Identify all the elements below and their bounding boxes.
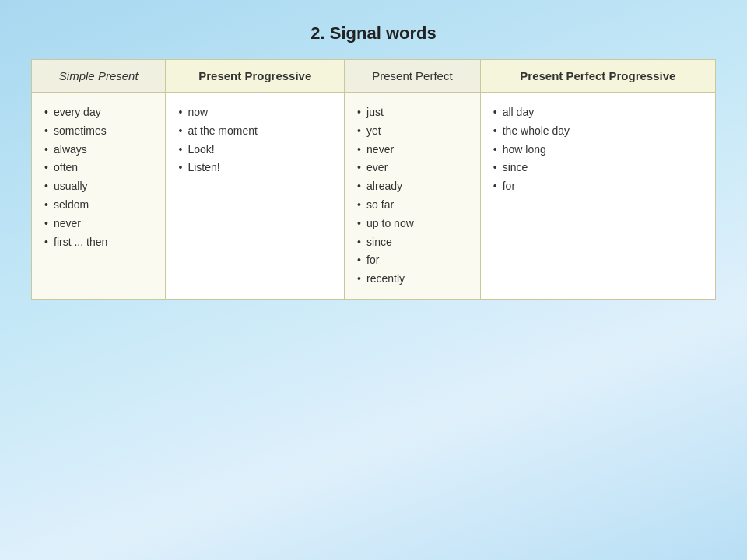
cell-present-perfect: just yet never ever already so far up to…: [345, 93, 481, 300]
list-item: all day: [493, 103, 703, 122]
list-item: up to now: [357, 215, 468, 233]
present-perfect-progressive-list: all day the whole day how long since for: [493, 103, 703, 196]
list-item: Listen!: [178, 159, 331, 177]
table-wrapper: Simple Present Present Progressive Prese…: [31, 59, 716, 300]
list-item: at the moment: [178, 122, 331, 141]
list-item: recently: [357, 270, 468, 289]
list-item: for: [493, 177, 703, 196]
col-header-present-perfect-progressive: Present Perfect Progressive: [480, 60, 715, 93]
col-header-simple-present: Simple Present: [32, 60, 166, 93]
cell-simple-present: every day sometimes always often usually…: [32, 93, 166, 300]
list-item: since: [357, 233, 468, 252]
list-item: never: [44, 215, 153, 233]
simple-present-list: every day sometimes always often usually…: [44, 103, 153, 251]
cell-present-perfect-progressive: all day the whole day how long since for: [480, 93, 715, 300]
present-perfect-list: just yet never ever already so far up to…: [357, 103, 468, 289]
list-item: usually: [44, 177, 153, 196]
list-item: never: [357, 141, 468, 159]
list-item: for: [357, 251, 468, 270]
list-item: always: [44, 141, 153, 159]
list-item: sometimes: [44, 122, 153, 141]
list-item: seldom: [44, 196, 153, 215]
col-header-present-progressive: Present Progressive: [166, 60, 345, 93]
list-item: so far: [357, 196, 468, 215]
list-item: already: [357, 177, 468, 196]
list-item: the whole day: [493, 122, 703, 141]
cell-present-progressive: now at the moment Look! Listen!: [166, 93, 345, 300]
list-item: yet: [357, 122, 468, 141]
list-item: just: [357, 103, 468, 122]
col-header-present-perfect: Present Perfect: [345, 60, 481, 93]
list-item: Look!: [178, 141, 331, 159]
present-progressive-list: now at the moment Look! Listen!: [178, 103, 331, 177]
page-title: 2. Signal words: [310, 23, 436, 44]
list-item: ever: [357, 159, 468, 177]
list-item: every day: [44, 103, 153, 122]
list-item: how long: [493, 141, 703, 159]
list-item: first ... then: [44, 233, 153, 252]
signal-words-table: Simple Present Present Progressive Prese…: [31, 59, 716, 300]
list-item: since: [493, 159, 703, 177]
list-item: now: [178, 103, 331, 122]
table-row: every day sometimes always often usually…: [32, 93, 716, 300]
list-item: often: [44, 159, 153, 177]
